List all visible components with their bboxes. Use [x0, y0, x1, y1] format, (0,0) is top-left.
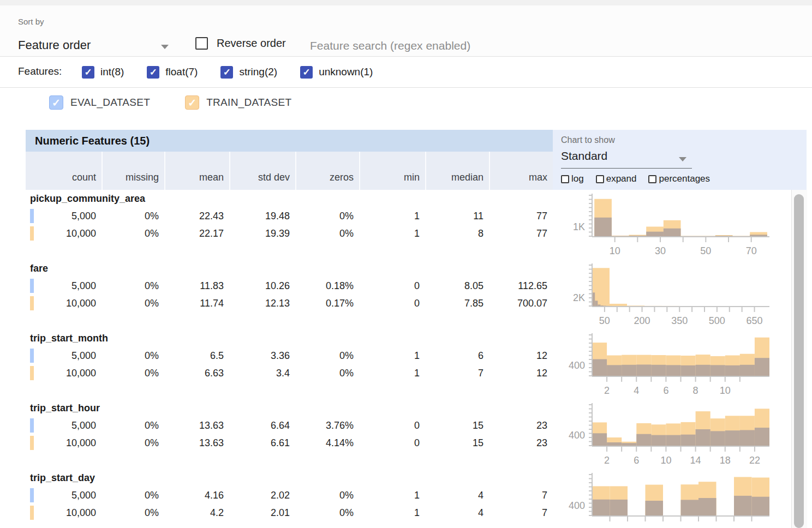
histogram-svg: 1K10305070 — [562, 192, 791, 256]
stat-value-zeros: 3.76% — [295, 417, 359, 434]
stat-value-count: 10,000 — [26, 434, 101, 452]
stat-value-missing: 0% — [101, 417, 164, 434]
checkbox-checked-icon[interactable]: ✓ — [49, 95, 63, 110]
stat-value-max: 12 — [489, 347, 553, 364]
feature-search-input[interactable] — [309, 34, 572, 58]
dataset-toggle-train_dataset[interactable]: ✓TRAIN_DATASET — [185, 95, 291, 110]
column-header-missing: missing — [101, 152, 164, 190]
chart-type-dropdown[interactable]: Standard — [561, 149, 692, 169]
stat-value-zeros: 0.18% — [295, 277, 359, 295]
dataset-color-swatch — [30, 418, 34, 433]
reverse-order-checkbox[interactable] — [195, 37, 208, 50]
stat-value-std-dev: 2.02 — [229, 487, 295, 504]
stat-value-max: 112.65 — [489, 277, 553, 295]
dataset-color-swatch — [30, 226, 34, 241]
histogram-svg: 2K50200350500650 — [562, 262, 791, 326]
stat-value-missing: 0% — [101, 487, 164, 504]
checkbox-unchecked-icon[interactable] — [648, 175, 656, 183]
stat-value-count: 5,000 — [26, 277, 101, 295]
dataset-color-swatch — [30, 296, 34, 310]
checkbox-unchecked-icon[interactable] — [596, 175, 604, 183]
svg-text:4: 4 — [634, 385, 639, 396]
dataset-legend-row: ✓EVAL_DATASET✓TRAIN_DATASET — [0, 88, 812, 129]
stats-row-eval_dataset: 5,0000%22.4319.480%11177 — [26, 207, 553, 225]
stat-value-median: 4 — [425, 487, 489, 504]
stat-value-std-dev: 19.48 — [229, 207, 295, 225]
histogram-svg: 400246810 — [562, 332, 791, 396]
feature-type-filter-unknown[interactable]: ✓unknown(1) — [300, 66, 373, 79]
sort-by-label: Sort by — [18, 17, 44, 26]
svg-text:10: 10 — [610, 245, 620, 256]
dataset-color-swatch — [30, 349, 34, 363]
histogram-trip_start_hour: 4002610141822 — [562, 401, 791, 466]
filter-label: unknown(1) — [319, 66, 373, 78]
stat-value-max: 12 — [489, 364, 553, 382]
histogram-svg: 4002610141822 — [562, 401, 791, 466]
dataset-color-swatch — [30, 506, 34, 520]
stat-value-median: 11 — [425, 207, 489, 225]
stat-value-median: 15 — [425, 417, 489, 434]
feature-type-filter-float[interactable]: ✓float(7) — [147, 66, 198, 79]
checkbox-checked-icon[interactable]: ✓ — [185, 95, 199, 110]
checkbox-checked-icon[interactable]: ✓ — [220, 66, 233, 79]
stat-value-min: 1 — [359, 504, 425, 521]
chart-to-show-label: Chart to show — [561, 135, 615, 145]
checkbox-checked-icon[interactable]: ✓ — [147, 66, 159, 79]
svg-text:400: 400 — [569, 430, 585, 441]
feature-type-filter-string[interactable]: ✓string(2) — [220, 66, 277, 79]
feature-block-trip_start_hour: trip_start_hour5,0000%13.636.643.76%0152… — [26, 401, 553, 452]
chart-option-percentages[interactable]: percentages — [648, 173, 710, 184]
svg-text:2: 2 — [604, 455, 610, 466]
scrollbar-thumb[interactable] — [794, 194, 804, 528]
stat-value-max: 23 — [489, 417, 553, 434]
stat-value-missing: 0% — [101, 364, 164, 382]
feature-type-filter-int[interactable]: ✓int(8) — [82, 66, 124, 79]
reverse-order-label: Reverse order — [217, 37, 286, 50]
svg-text:650: 650 — [747, 315, 763, 326]
feature-block-pickup_community_area: pickup_community_area5,0000%22.4319.480%… — [26, 192, 553, 242]
stat-value-zeros: 0% — [295, 364, 359, 382]
chart-option-log[interactable]: log — [561, 173, 584, 184]
stat-value-max: 7 — [489, 487, 553, 504]
column-header-count: count — [26, 152, 101, 190]
stat-value-zeros: 0% — [295, 504, 359, 521]
chart-option-label: expand — [606, 173, 637, 184]
feature-block-fare: fare5,0000%11.8310.260.18%08.05112.6510,… — [26, 262, 553, 312]
stat-value-min: 1 — [359, 225, 425, 242]
dataset-color-swatch — [30, 209, 34, 223]
stat-value-min: 0 — [359, 417, 425, 434]
stat-value-std-dev: 2.01 — [229, 504, 295, 521]
stat-value-std-dev: 19.39 — [229, 225, 295, 242]
stat-value-min: 1 — [359, 364, 425, 382]
stat-value-mean: 11.74 — [164, 295, 229, 312]
chart-option-expand[interactable]: expand — [596, 173, 637, 184]
stat-value-min: 0 — [359, 277, 425, 295]
checkbox-unchecked-icon[interactable] — [561, 175, 569, 183]
stat-value-missing: 0% — [101, 277, 164, 295]
dataset-color-swatch — [30, 366, 34, 380]
stat-value-median: 15 — [425, 434, 489, 452]
svg-text:350: 350 — [671, 315, 688, 326]
histogram-pickup_community_area: 1K10305070 — [562, 192, 791, 256]
stat-value-mean: 6.63 — [164, 364, 229, 382]
svg-text:10: 10 — [720, 385, 731, 396]
stat-value-std-dev: 3.4 — [229, 364, 295, 382]
dataset-toggle-eval_dataset[interactable]: ✓EVAL_DATASET — [49, 95, 150, 110]
stat-value-median: 8 — [425, 225, 489, 242]
stat-value-median: 7 — [425, 364, 489, 382]
feature-name: fare — [26, 262, 553, 277]
checkbox-checked-icon[interactable]: ✓ — [82, 66, 94, 79]
sort-by-dropdown[interactable]: Feature order — [18, 36, 176, 58]
chevron-down-icon — [161, 45, 169, 49]
checkbox-checked-icon[interactable]: ✓ — [300, 66, 313, 79]
stats-row-eval_dataset: 5,0000%13.636.643.76%01523 — [26, 417, 553, 434]
stat-value-count: 5,000 — [26, 487, 101, 504]
stats-row-eval_dataset: 5,0000%4.162.020%147 — [26, 487, 553, 504]
dataset-color-swatch — [30, 436, 34, 450]
svg-text:70: 70 — [746, 245, 757, 256]
histogram-trip_start_month: 400246810 — [562, 332, 791, 396]
column-header-max: max — [489, 152, 553, 190]
stat-value-min: 1 — [359, 347, 425, 364]
stats-row-eval_dataset: 5,0000%11.8310.260.18%08.05112.65 — [26, 277, 553, 295]
svg-text:1K: 1K — [573, 221, 585, 232]
